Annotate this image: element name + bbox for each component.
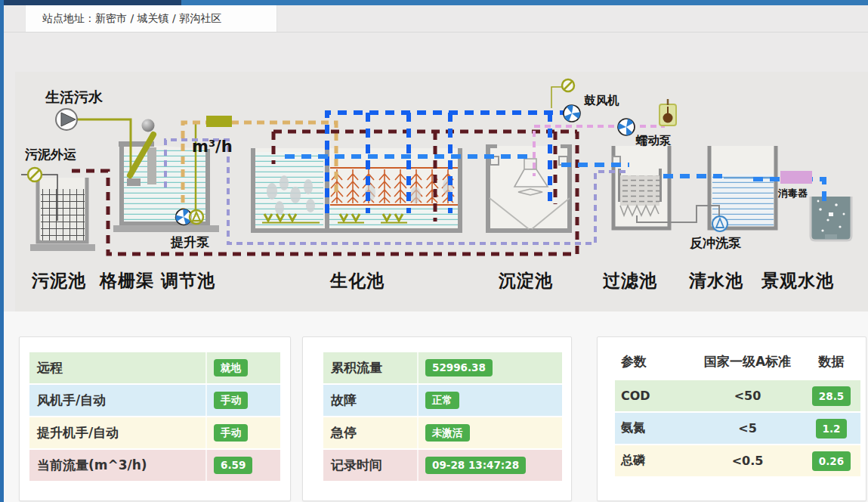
flow-meter [206, 116, 232, 127]
table-row: 氨氮 <5 1.2 [615, 413, 860, 445]
table-row: 提升机手/自动 手动 [29, 417, 280, 450]
label-tank-grid-channel: 格栅渠 [99, 271, 154, 290]
header-strip: 站点地址：新密市 / 城关镇 / 郭沟社区 [4, 5, 868, 33]
label-tank-filter: 过滤池 [603, 271, 657, 290]
top-bar [4, 0, 868, 5]
quality-table-header: 参数 国家一级A标准 数据 [615, 348, 860, 375]
value-badge: 28.5 [812, 386, 851, 406]
water-quality-card: 参数 国家一级A标准 数据 COD <50 28.5 氨氮 <5 1.2 总磷 … [597, 336, 866, 501]
row-label: 风机手/自动 [29, 385, 205, 416]
value-badge: 52996.38 [425, 359, 493, 377]
tank-filter [613, 146, 669, 228]
table-row: 风机手/自动 手动 [29, 385, 280, 417]
control-panel-card: 远程 就地 风机手/自动 手动 提升机手/自动 手动 当前流量(m^3/h) 6… [19, 336, 291, 501]
status-badge: 未激活 [425, 424, 470, 442]
label-flow-unit: m³/h [192, 138, 233, 156]
tank-biochemical [253, 148, 460, 231]
status-table: 累积流量 52996.38 故障 正常 急停 未激活 记录时间 09-28 13… [323, 352, 562, 482]
timestamp-badge: 09-28 13:47:28 [425, 457, 526, 475]
backwash-pump-icon [712, 216, 727, 231]
param-standard: <50 [693, 389, 802, 403]
label-tank-biochemical: 生化池 [329, 271, 385, 290]
row-label: 远程 [29, 352, 205, 383]
site-address-label: 站点地址：新密市 / 城关镇 / 郭沟社区 [42, 12, 221, 26]
row-label: 记录时间 [323, 450, 417, 481]
status-badge: 手动 [214, 392, 248, 410]
label-tank-sedimentation: 沉淀池 [498, 271, 553, 290]
param-standard: <0.5 [693, 454, 802, 468]
peristaltic-pump-fan-icon [614, 115, 638, 138]
table-row: 记录时间 09-28 13:47:28 [323, 450, 562, 482]
table-row: 远程 就地 [29, 352, 280, 385]
tank-sedimentation [486, 144, 572, 231]
table-row: 故障 正常 [323, 385, 562, 417]
status-badge: 手动 [214, 424, 248, 442]
table-row: 累积流量 52996.38 [323, 352, 562, 385]
label-disinfector: 消毒器 [777, 187, 808, 199]
table-row: 急停 未激活 [323, 417, 562, 450]
label-blower: 鼓风机 [583, 94, 619, 107]
tank-landscape-pool [811, 197, 851, 240]
row-label: 提升机手/自动 [29, 417, 205, 448]
sewage-pump-icon [56, 109, 77, 130]
status-panel-card: 累积流量 52996.38 故障 正常 急停 未激活 记录时间 09-28 13… [302, 336, 572, 501]
control-table: 远程 就地 风机手/自动 手动 提升机手/自动 手动 当前流量(m^3/h) 6… [29, 352, 280, 482]
sludge-valve-icon [28, 168, 42, 181]
process-flow-svg: 生活污水 污泥外运 m³/h 提升泵 鼓风机 蠕动泵 消毒器 反冲洗泵 污泥池 … [15, 72, 868, 311]
disinfector-unit [780, 171, 812, 184]
column-header-data: 数据 [802, 353, 860, 370]
dosing-container-icon [659, 99, 676, 126]
row-label: 累积流量 [323, 352, 417, 383]
label-tank-regulating: 调节池 [160, 271, 215, 290]
param-standard: <5 [693, 421, 802, 435]
value-badge: 6.59 [214, 457, 252, 475]
table-row: 当前流量(m^3/h) 6.59 [29, 450, 280, 482]
status-badge: 正常 [425, 392, 459, 410]
row-label: 当前流量(m^3/h) [29, 450, 205, 481]
screen-drive-ball [142, 119, 155, 132]
label-tank-landscape-pool: 景观水池 [761, 271, 834, 290]
value-badge: 0.26 [812, 451, 851, 471]
label-tank-clean-water: 清水池 [688, 271, 743, 290]
blower-fan-icon [561, 103, 582, 123]
blower-valve-icon [562, 79, 574, 91]
param-name: COD [615, 389, 693, 403]
value-badge: 1.2 [816, 419, 848, 438]
lift-pump-icon [190, 210, 203, 224]
column-header-standard: 国家一级A标准 [693, 353, 802, 370]
quality-table: 参数 国家一级A标准 数据 COD <50 28.5 氨氮 <5 1.2 总磷 … [615, 348, 860, 478]
pipe-blower-valve [551, 87, 562, 108]
label-tank-sludge: 污泥池 [31, 271, 86, 290]
table-row: COD <50 28.5 [615, 380, 860, 413]
row-label: 故障 [323, 385, 417, 416]
label-sewage-inlet: 生活污水 [45, 88, 103, 105]
label-lift-pump: 提升泵 [170, 234, 210, 249]
tank-sludge [30, 178, 95, 251]
param-name: 氨氮 [615, 420, 693, 436]
breadcrumb: 站点地址：新密市 / 城关镇 / 郭沟社区 [25, 5, 277, 32]
row-label: 急停 [323, 417, 417, 448]
label-peristaltic-pump: 蠕动泵 [635, 134, 672, 147]
status-badge: 就地 [214, 359, 248, 377]
label-sludge-out: 污泥外运 [24, 147, 76, 162]
label-backwash-pump: 反冲洗泵 [689, 235, 742, 250]
top-bar-accent [4, 0, 181, 5]
process-flow-diagram: 生活污水 污泥外运 m³/h 提升泵 鼓风机 蠕动泵 消毒器 反冲洗泵 污泥池 … [15, 72, 868, 311]
column-header-param: 参数 [615, 353, 693, 370]
table-row: 总磷 <0.5 0.26 [615, 445, 860, 478]
param-name: 总磷 [615, 453, 693, 469]
